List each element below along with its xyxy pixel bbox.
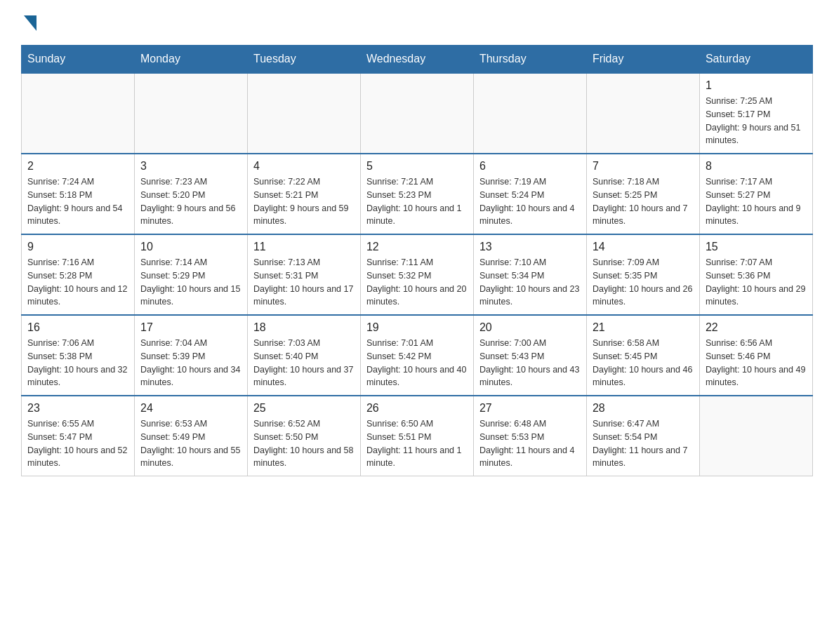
calendar-cell: 18Sunrise: 7:03 AM Sunset: 5:40 PM Dayli… [247, 315, 360, 396]
weekday-header-sunday: Sunday [22, 46, 135, 74]
calendar-cell [586, 73, 699, 154]
day-info: Sunrise: 6:48 AM Sunset: 5:53 PM Dayligh… [479, 417, 581, 470]
day-number: 13 [479, 241, 581, 253]
calendar-cell [360, 73, 473, 154]
calendar-cell: 3Sunrise: 7:23 AM Sunset: 5:20 PM Daylig… [134, 154, 247, 234]
day-number: 6 [479, 160, 581, 173]
calendar-cell: 15Sunrise: 7:07 AM Sunset: 5:36 PM Dayli… [699, 234, 812, 315]
calendar-week-row: 1Sunrise: 7:25 AM Sunset: 5:17 PM Daylig… [22, 73, 813, 154]
day-number: 23 [27, 402, 128, 415]
day-info: Sunrise: 7:10 AM Sunset: 5:34 PM Dayligh… [479, 256, 581, 309]
day-number: 24 [140, 402, 241, 415]
calendar-cell: 11Sunrise: 7:13 AM Sunset: 5:31 PM Dayli… [247, 234, 360, 315]
calendar-cell: 25Sunrise: 6:52 AM Sunset: 5:50 PM Dayli… [247, 396, 360, 476]
calendar-cell: 16Sunrise: 7:06 AM Sunset: 5:38 PM Dayli… [22, 315, 135, 396]
day-info: Sunrise: 7:17 AM Sunset: 5:27 PM Dayligh… [706, 175, 807, 228]
day-info: Sunrise: 7:21 AM Sunset: 5:23 PM Dayligh… [366, 175, 468, 228]
day-number: 19 [366, 321, 468, 334]
weekday-header-thursday: Thursday [473, 46, 586, 74]
day-info: Sunrise: 7:00 AM Sunset: 5:43 PM Dayligh… [479, 337, 581, 389]
calendar-cell: 27Sunrise: 6:48 AM Sunset: 5:53 PM Dayli… [473, 396, 586, 476]
calendar-cell: 2Sunrise: 7:24 AM Sunset: 5:18 PM Daylig… [22, 154, 135, 234]
calendar-table: SundayMondayTuesdayWednesdayThursdayFrid… [21, 45, 813, 476]
calendar-cell [699, 396, 812, 476]
calendar-cell: 13Sunrise: 7:10 AM Sunset: 5:34 PM Dayli… [473, 234, 586, 315]
day-info: Sunrise: 7:03 AM Sunset: 5:40 PM Dayligh… [253, 337, 355, 389]
calendar-cell [247, 73, 360, 154]
day-info: Sunrise: 7:13 AM Sunset: 5:31 PM Dayligh… [253, 256, 355, 309]
day-number: 5 [366, 160, 468, 173]
logo [21, 14, 37, 31]
day-number: 18 [253, 321, 355, 334]
day-info: Sunrise: 6:55 AM Sunset: 5:47 PM Dayligh… [27, 417, 128, 470]
day-number: 3 [140, 160, 241, 173]
day-number: 16 [27, 321, 128, 334]
day-number: 4 [253, 160, 355, 173]
day-info: Sunrise: 6:53 AM Sunset: 5:49 PM Dayligh… [140, 417, 241, 470]
calendar-cell [22, 73, 135, 154]
calendar-cell [134, 73, 247, 154]
calendar-cell: 12Sunrise: 7:11 AM Sunset: 5:32 PM Dayli… [360, 234, 473, 315]
day-number: 15 [706, 241, 807, 253]
day-info: Sunrise: 7:18 AM Sunset: 5:25 PM Dayligh… [593, 175, 694, 228]
calendar-cell: 9Sunrise: 7:16 AM Sunset: 5:28 PM Daylig… [22, 234, 135, 315]
day-number: 14 [593, 241, 694, 253]
page-header [21, 14, 813, 31]
day-number: 11 [253, 241, 355, 253]
calendar-cell: 23Sunrise: 6:55 AM Sunset: 5:47 PM Dayli… [22, 396, 135, 476]
day-number: 2 [27, 160, 128, 173]
day-info: Sunrise: 6:52 AM Sunset: 5:50 PM Dayligh… [253, 417, 355, 470]
weekday-header-saturday: Saturday [699, 46, 812, 74]
calendar-cell: 22Sunrise: 6:56 AM Sunset: 5:46 PM Dayli… [699, 315, 812, 396]
day-info: Sunrise: 6:47 AM Sunset: 5:54 PM Dayligh… [593, 417, 694, 470]
day-info: Sunrise: 7:04 AM Sunset: 5:39 PM Dayligh… [140, 337, 241, 389]
day-number: 26 [366, 402, 468, 415]
calendar-week-row: 16Sunrise: 7:06 AM Sunset: 5:38 PM Dayli… [22, 315, 813, 396]
weekday-header-tuesday: Tuesday [247, 46, 360, 74]
day-number: 21 [593, 321, 694, 334]
day-number: 12 [366, 241, 468, 253]
calendar-cell: 26Sunrise: 6:50 AM Sunset: 5:51 PM Dayli… [360, 396, 473, 476]
day-info: Sunrise: 7:19 AM Sunset: 5:24 PM Dayligh… [479, 175, 581, 228]
day-number: 28 [593, 402, 694, 415]
day-info: Sunrise: 7:09 AM Sunset: 5:35 PM Dayligh… [593, 256, 694, 309]
weekday-header-monday: Monday [134, 46, 247, 74]
day-info: Sunrise: 7:23 AM Sunset: 5:20 PM Dayligh… [140, 175, 241, 228]
logo-triangle-icon [24, 15, 37, 31]
day-info: Sunrise: 6:58 AM Sunset: 5:45 PM Dayligh… [593, 337, 694, 389]
calendar-cell: 24Sunrise: 6:53 AM Sunset: 5:49 PM Dayli… [134, 396, 247, 476]
day-info: Sunrise: 7:06 AM Sunset: 5:38 PM Dayligh… [27, 337, 128, 389]
day-number: 25 [253, 402, 355, 415]
day-info: Sunrise: 7:16 AM Sunset: 5:28 PM Dayligh… [27, 256, 128, 309]
calendar-cell: 28Sunrise: 6:47 AM Sunset: 5:54 PM Dayli… [586, 396, 699, 476]
calendar-cell: 1Sunrise: 7:25 AM Sunset: 5:17 PM Daylig… [699, 73, 812, 154]
calendar-cell: 17Sunrise: 7:04 AM Sunset: 5:39 PM Dayli… [134, 315, 247, 396]
day-info: Sunrise: 7:24 AM Sunset: 5:18 PM Dayligh… [27, 175, 128, 228]
day-info: Sunrise: 6:56 AM Sunset: 5:46 PM Dayligh… [706, 337, 807, 389]
calendar-cell: 6Sunrise: 7:19 AM Sunset: 5:24 PM Daylig… [473, 154, 586, 234]
day-number: 22 [706, 321, 807, 334]
day-info: Sunrise: 7:01 AM Sunset: 5:42 PM Dayligh… [366, 337, 468, 389]
day-number: 9 [27, 241, 128, 253]
calendar-cell [473, 73, 586, 154]
calendar-cell: 8Sunrise: 7:17 AM Sunset: 5:27 PM Daylig… [699, 154, 812, 234]
calendar-cell: 10Sunrise: 7:14 AM Sunset: 5:29 PM Dayli… [134, 234, 247, 315]
day-number: 7 [593, 160, 694, 173]
day-info: Sunrise: 7:22 AM Sunset: 5:21 PM Dayligh… [253, 175, 355, 228]
calendar-cell: 21Sunrise: 6:58 AM Sunset: 5:45 PM Dayli… [586, 315, 699, 396]
day-number: 8 [706, 160, 807, 173]
day-number: 1 [706, 79, 807, 92]
calendar-week-row: 23Sunrise: 6:55 AM Sunset: 5:47 PM Dayli… [22, 396, 813, 476]
day-info: Sunrise: 6:50 AM Sunset: 5:51 PM Dayligh… [366, 417, 468, 470]
calendar-cell: 19Sunrise: 7:01 AM Sunset: 5:42 PM Dayli… [360, 315, 473, 396]
calendar-cell: 7Sunrise: 7:18 AM Sunset: 5:25 PM Daylig… [586, 154, 699, 234]
calendar-cell: 5Sunrise: 7:21 AM Sunset: 5:23 PM Daylig… [360, 154, 473, 234]
day-info: Sunrise: 7:07 AM Sunset: 5:36 PM Dayligh… [706, 256, 807, 309]
calendar-week-row: 9Sunrise: 7:16 AM Sunset: 5:28 PM Daylig… [22, 234, 813, 315]
calendar-week-row: 2Sunrise: 7:24 AM Sunset: 5:18 PM Daylig… [22, 154, 813, 234]
day-number: 17 [140, 321, 241, 334]
weekday-header-friday: Friday [586, 46, 699, 74]
weekday-header-row: SundayMondayTuesdayWednesdayThursdayFrid… [22, 46, 813, 74]
day-info: Sunrise: 7:25 AM Sunset: 5:17 PM Dayligh… [706, 95, 807, 147]
day-number: 27 [479, 402, 581, 415]
